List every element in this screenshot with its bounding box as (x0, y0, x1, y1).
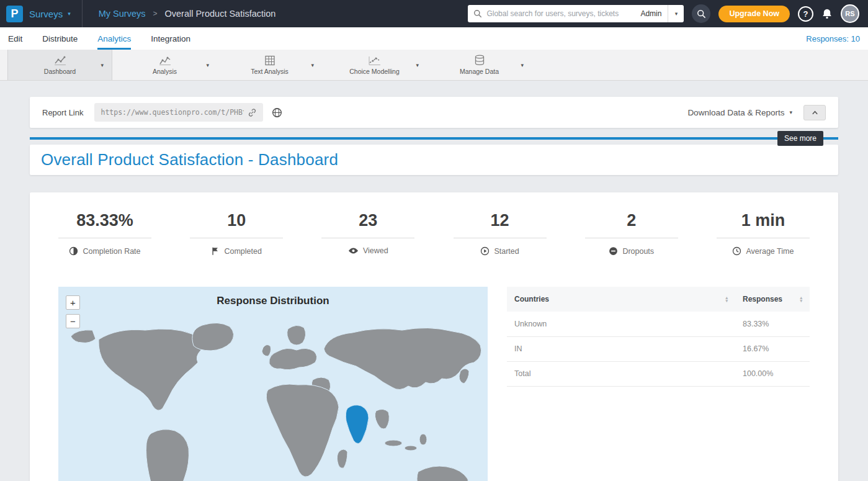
chevron-up-icon (811, 109, 819, 116)
header-divider (82, 0, 83, 27)
zoom-in-button[interactable]: + (66, 295, 80, 310)
stat-value: 83.33% (58, 211, 151, 238)
search-icon (697, 9, 706, 19)
gauge-icon (69, 246, 78, 256)
stat-viewed: 23 Viewed (321, 211, 414, 256)
toolbar-text-analysis[interactable]: Text Analysis ▾ (217, 50, 322, 80)
analytics-toolbar: Dashboard ▾ Analysis ▾ Text Analysis ▾ C… (0, 50, 868, 81)
caret-down-icon[interactable]: ▾ (521, 62, 524, 68)
upgrade-now-button[interactable]: Upgrade Now (718, 6, 790, 22)
toolbar-label: Analysis (153, 68, 177, 75)
report-visibility-button[interactable] (272, 107, 282, 118)
link-icon[interactable] (248, 108, 257, 117)
toolbar-manage-data[interactable]: Manage Data ▾ (427, 50, 532, 80)
report-link-card: Report Link https://www.questionpro.com/… (30, 97, 838, 128)
countries-table: Countries ▴▾ Responses ▴▾ (507, 287, 810, 387)
global-search: Admin ▾ (468, 5, 684, 22)
dashboard-card: 83.33% Completion Rate 10 Completed 23 V… (30, 192, 838, 481)
country-cell: IN (507, 336, 735, 361)
report-link-label: Report Link (42, 108, 83, 117)
page-title: Overall Product Satisfaction - Dashboard (41, 150, 338, 169)
countries-table-panel: Countries ▴▾ Responses ▴▾ (507, 287, 810, 481)
stat-value: 23 (321, 211, 414, 238)
header-actions: Admin ▾ Upgrade Now ? RS (468, 4, 868, 23)
breadcrumb-separator-icon: > (153, 9, 157, 18)
zoom-out-button[interactable]: − (66, 314, 80, 328)
product-switcher[interactable]: Surveys ▾ (29, 9, 71, 19)
responses-cell: 100.00% (735, 361, 810, 386)
main-content: Report Link https://www.questionpro.com/… (0, 81, 868, 481)
download-reports-dropdown[interactable]: Download Data & Reports ▾ (687, 108, 792, 117)
table-row: Unknown 83.33% (507, 312, 810, 336)
sort-icon[interactable]: ▴▾ (725, 296, 728, 302)
india-region (346, 405, 369, 444)
table-row: Total 100.00% (507, 361, 810, 386)
map-title: Response Distribution (58, 287, 488, 307)
stat-label: Completed (224, 247, 261, 256)
search-scope-dropdown[interactable]: ▾ (668, 5, 684, 22)
notifications-button[interactable] (821, 8, 833, 19)
eye-icon (348, 247, 359, 254)
avatar[interactable]: RS (841, 4, 859, 23)
country-cell: Unknown (507, 312, 735, 336)
line-chart-icon (368, 55, 382, 66)
breadcrumb-current: Overall Product Satisfaction (164, 9, 275, 19)
responses-cell: 83.33% (735, 312, 810, 336)
toolbar-label: Manage Data (460, 68, 499, 75)
stat-value: 12 (454, 211, 547, 238)
clock-icon (732, 246, 741, 256)
stat-value: 1 min (717, 211, 810, 238)
caret-down-icon[interactable]: ▾ (101, 62, 104, 68)
survey-navbar: Edit Distribute Analytics Integration Re… (0, 27, 868, 50)
responses-count: Responses: 10 (806, 34, 860, 43)
sort-icon[interactable]: ▴▾ (800, 296, 802, 302)
column-header-countries[interactable]: Countries ▴▾ (507, 287, 735, 312)
stat-dropouts: 2 Dropouts (585, 211, 678, 256)
global-search-input[interactable] (486, 9, 635, 18)
search-scope: Admin (640, 9, 661, 18)
stat-value: 10 (190, 211, 283, 238)
nav-item-distribute[interactable]: Distribute (42, 27, 78, 50)
breadcrumb-my-surveys[interactable]: My Surveys (99, 9, 146, 19)
play-circle-icon (480, 246, 490, 256)
globe-icon (272, 107, 282, 118)
line-chart-icon (53, 55, 67, 66)
toolbar-label: Choice Modelling (349, 68, 400, 75)
stat-label: Average Time (746, 247, 794, 256)
stat-value: 2 (585, 211, 678, 238)
toolbar-dashboard[interactable]: Dashboard ▾ (7, 50, 112, 80)
report-actions: Download Data & Reports ▾ (687, 105, 826, 120)
nav-item-integration[interactable]: Integration (151, 27, 190, 50)
help-button[interactable]: ? (798, 6, 813, 22)
collapse-panel-button[interactable] (803, 105, 826, 120)
download-reports-label: Download Data & Reports (687, 108, 784, 117)
stats-row: 83.33% Completion Rate 10 Completed 23 V… (58, 211, 810, 256)
toolbar-analysis[interactable]: Analysis ▾ (112, 50, 217, 80)
world-map[interactable] (58, 312, 488, 481)
report-url-field[interactable]: https://www.questionpro.com/t/PHBt (94, 103, 263, 122)
caret-down-icon[interactable]: ▾ (311, 62, 314, 68)
column-header-responses[interactable]: Responses ▴▾ (735, 287, 810, 312)
caret-down-icon[interactable]: ▾ (416, 62, 419, 68)
response-distribution-map[interactable]: Response Distribution + − (58, 287, 488, 481)
nav-item-analytics[interactable]: Analytics (97, 27, 131, 50)
caret-down-icon[interactable]: ▾ (206, 62, 209, 68)
report-url: https://www.questionpro.com/t/PHBt (101, 108, 244, 117)
caret-down-icon: ▾ (789, 109, 792, 115)
caret-down-icon: ▾ (675, 11, 678, 17)
questionpro-logo[interactable]: P (6, 6, 23, 22)
toolbar-label: Dashboard (44, 68, 76, 75)
toolbar-label: Text Analysis (251, 68, 289, 75)
toolbar-choice-modelling[interactable]: Choice Modelling ▾ (322, 50, 427, 80)
stat-label: Dropouts (622, 247, 654, 256)
search-button[interactable] (692, 4, 710, 23)
see-more-tooltip: See more (777, 131, 823, 146)
caret-down-icon: ▾ (68, 11, 71, 17)
product-name: Surveys (29, 9, 63, 19)
stat-label: Completion Rate (83, 247, 140, 256)
table-icon (264, 55, 275, 66)
nav-item-edit[interactable]: Edit (8, 27, 22, 50)
section-divider (30, 137, 838, 140)
map-zoom-control: + − (66, 295, 80, 333)
stat-label: Started (494, 247, 519, 256)
